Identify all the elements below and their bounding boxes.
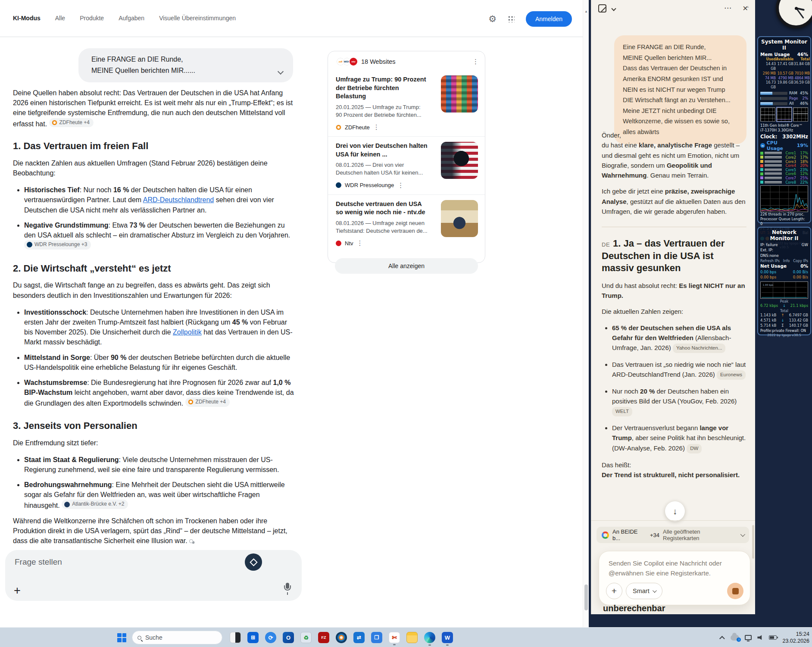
onedrive-cloud-icon[interactable]: i (731, 635, 739, 641)
response-heading-block: DE1. Ja – das Vertrauen der Deutschen in… (602, 238, 746, 275)
display-tray-icon[interactable] (745, 635, 752, 640)
more-options-icon[interactable]: ⋯ (724, 3, 732, 13)
cpu-core-row: Core217% (760, 155, 808, 159)
chevron-down-icon[interactable] (611, 6, 616, 11)
filezilla-icon[interactable]: FZ (318, 632, 329, 643)
all-tabs-label: Alle geöffneten Registerkarten (663, 528, 737, 541)
ask-input-placeholder: Frage stellen (15, 557, 62, 567)
news-card-title[interactable]: Drei von vier Deutschen halten USA für k… (336, 142, 428, 159)
bullet-item: Mittelstand in Sorge: Über 90 % der deut… (24, 353, 294, 372)
source-badge[interactable]: Euronews (717, 370, 746, 380)
source-badge[interactable]: ZDFheute +4 (49, 118, 94, 127)
sync-app-icon[interactable]: ⟳ (265, 632, 276, 643)
microsoft-store-icon[interactable]: ⊞ (247, 632, 259, 643)
source-badge[interactable]: WELT (612, 407, 632, 416)
tray-overflow-chevron-icon[interactable] (719, 636, 725, 641)
text-link[interactable]: Zollpolitik (173, 328, 202, 336)
snipping-tool-icon[interactable]: ✄ (389, 632, 400, 643)
paragraph: Der Trend ist strukturell, nicht persona… (602, 470, 746, 480)
network-monitor-widget: Network Monitor II IP: failureGW Ext. IP… (757, 227, 811, 335)
ask-input[interactable]: Frage stellen + (5, 550, 302, 601)
tab-context-label: An BEIDE b... (612, 528, 646, 541)
taskbar-search-input[interactable]: Suche (132, 631, 222, 644)
scrollbar-up-arrow[interactable]: ▲ (584, 9, 588, 13)
taskbar-clock[interactable]: 15:24 23.02.2026 (782, 631, 809, 645)
sidebar-scrollbar-thumb[interactable] (752, 525, 754, 559)
file-explorer-icon[interactable] (406, 632, 418, 643)
paragraph: Die aktuellen Zahlen zeigen: (602, 306, 746, 316)
source-badge[interactable]: ZDFheute +4 (185, 397, 230, 406)
source-badge[interactable]: WDR Presselounge +3 (24, 240, 91, 249)
mem-usage-label: Mem Usage (760, 52, 790, 57)
news-card-title[interactable]: Deutsche vertrauen den USA so wenig wie … (336, 200, 428, 217)
edge-icon[interactable] (424, 632, 435, 643)
outlook-icon[interactable]: O (283, 632, 294, 643)
divider (602, 227, 746, 227)
pc-settings-icon[interactable]: ♻ (300, 632, 312, 643)
tab-ki-modus[interactable]: KI-Modus (13, 15, 41, 22)
signin-button[interactable]: Anmelden (526, 11, 572, 27)
sidebar-scroll-up-arrow[interactable]: ▲ (746, 5, 750, 9)
memory-history-graphs (760, 107, 808, 122)
link-icon[interactable] (189, 539, 193, 543)
more-options-icon[interactable]: ⋮ (373, 123, 380, 131)
info-link[interactable]: Info (783, 259, 790, 263)
scroll-to-bottom-button[interactable]: ↓ (665, 501, 685, 521)
tab-visuelle-uebereinstimmungen[interactable]: Visuelle Übereinstimmungen (159, 15, 236, 22)
paragraph: du hast eine klare, analytische Frage ge… (602, 140, 746, 180)
attach-plus-button[interactable]: + (606, 583, 622, 599)
new-chat-icon[interactable] (598, 4, 606, 13)
scrollbar-thumb[interactable] (584, 584, 588, 610)
language-label: DE (602, 241, 610, 248)
news-card-thumbnail[interactable] (441, 75, 478, 113)
microphone-icon[interactable] (283, 583, 292, 596)
copilot-composer[interactable]: Senden Sie Copilot eine Nachricht oder @… (599, 551, 750, 605)
media-app-icon[interactable] (336, 632, 347, 643)
model-selector[interactable]: Smart (626, 583, 662, 599)
word-icon[interactable]: W (442, 632, 453, 643)
show-all-button[interactable]: Alle anzeigen (335, 258, 478, 274)
news-card[interactable]: Deutsche vertrauen den USA so wenig wie … (328, 194, 485, 253)
more-options-icon[interactable]: ⋮ (357, 239, 363, 247)
text-link[interactable]: ARD-Deutschlandtrend (143, 196, 214, 203)
news-card-title[interactable]: Umfrage zu Trump: 90 Prozent der Betrieb… (336, 75, 428, 101)
refresh-ips-link[interactable]: Refresh IPs (760, 259, 780, 263)
news-card[interactable]: Umfrage zu Trump: 90 Prozent der Betrieb… (328, 70, 485, 136)
tab-alle[interactable]: Alle (55, 15, 65, 22)
widgets-app-icon[interactable] (230, 632, 241, 643)
news-card[interactable]: Drei von vier Deutschen halten USA für k… (328, 136, 485, 194)
more-options-icon[interactable]: ⋮ (472, 58, 479, 66)
news-card-thumbnail[interactable] (441, 142, 478, 179)
tab-context-bar[interactable]: An BEIDE b... +34 Alle geöffneten Regist… (597, 527, 749, 543)
stop-button[interactable] (727, 583, 743, 599)
more-options-icon[interactable]: ⋮ (397, 181, 404, 189)
duplicate-app-icon[interactable]: ❐ (371, 632, 382, 643)
attach-plus-icon[interactable]: + (14, 585, 21, 597)
converter-app-icon[interactable]: ⇄ (353, 632, 365, 643)
netmon-actions: Refresh IPs Info Copy IPs (760, 259, 808, 263)
clipped-response-text: unberechenbar (603, 603, 665, 613)
copy-ips-link[interactable]: Copy IPs (793, 259, 808, 263)
user-query-text: Eine FRANGE an DIE Runde, MEINE Quellen … (91, 56, 195, 74)
news-card-thumbnail[interactable] (441, 200, 478, 237)
cpu-clock-value: 3302MHz (782, 134, 808, 140)
user-query-bubble[interactable]: Eine FRANGE an DIE Runde, MEINE Quellen … (78, 48, 293, 82)
apps-grid-icon[interactable] (508, 16, 515, 22)
mem-table-row: 290 MB10.57 GB7010 MB (760, 72, 808, 76)
volume-icon[interactable] (757, 635, 763, 640)
source-badge[interactable]: Yahoo Nachrichten... (673, 344, 726, 353)
tab-produkte[interactable]: Produkte (80, 15, 104, 22)
battery-icon[interactable] (769, 635, 777, 640)
chevron-down-icon[interactable] (740, 532, 745, 537)
tab-aufgaben[interactable]: Aufgaben (119, 15, 144, 22)
source-badge[interactable]: DW (687, 444, 702, 453)
cpu-core-row: Core822% (760, 180, 808, 184)
settings-gear-icon[interactable]: ⚙ (488, 14, 497, 24)
page-scrollbar[interactable]: ▲ (583, 0, 589, 628)
ai-mode-icon[interactable] (245, 553, 262, 571)
source-badge[interactable]: Atlantik-Brücke e.V. +2 (62, 500, 128, 509)
search-icon (137, 636, 141, 640)
chevron-down-icon[interactable] (278, 69, 284, 75)
start-button[interactable] (117, 633, 126, 642)
wdr-favicon (336, 182, 341, 188)
